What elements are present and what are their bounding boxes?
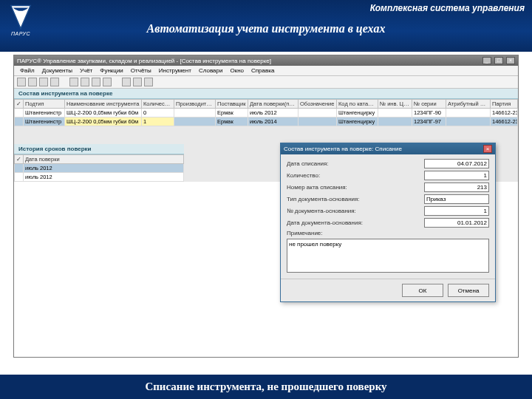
brand-logo: ПАРУС bbox=[4, 4, 37, 44]
brand-logo-text: ПАРУС bbox=[11, 31, 30, 36]
dialog-close-button[interactable]: × bbox=[483, 145, 492, 153]
grid-col[interactable]: Партия bbox=[491, 100, 518, 109]
menu-window[interactable]: Окно bbox=[227, 66, 247, 75]
field-label: Номер акта списания: bbox=[287, 184, 421, 191]
menu-help[interactable]: Справка bbox=[248, 66, 277, 75]
field-label: Тип документа-основания: bbox=[287, 196, 421, 202]
toolbar-icon[interactable] bbox=[28, 78, 37, 86]
menu-reports[interactable]: Отчёты bbox=[128, 66, 154, 75]
slide-footer: Списание инструмента, не прошедшего пове… bbox=[0, 375, 532, 399]
writeoff-dialog: Состав инструмента на поверке: Списание … bbox=[280, 143, 496, 302]
menu-file[interactable]: Файл bbox=[17, 66, 38, 75]
toolbar-icon[interactable] bbox=[50, 78, 59, 86]
writeoff-date-input[interactable]: 04.07.2012 bbox=[424, 159, 489, 168]
history-grid[interactable]: ✓ Дата поверки июль 2012 июль 2012 bbox=[14, 154, 184, 182]
history-block: История сроков поверки ✓ Дата поверки ию… bbox=[14, 144, 184, 182]
slide-title: Автоматизация учета инструмента в цехах bbox=[7, 22, 525, 35]
dialog-title: Состав инструмента на поверке: Списание bbox=[284, 146, 402, 152]
act-number-input[interactable]: 213 bbox=[424, 183, 489, 192]
grid-col[interactable]: Дата поверки bbox=[24, 155, 184, 164]
field-label: Дата документа-основания: bbox=[287, 219, 421, 226]
verification-grid[interactable]: ✓ Подтип Наименование инструмента Количе… bbox=[14, 99, 518, 126]
grid-col[interactable]: Поставщик bbox=[216, 100, 248, 109]
toolbar-icon[interactable] bbox=[81, 78, 89, 86]
grid-col[interactable]: Дата поверки(план) ▾ bbox=[248, 100, 299, 109]
toolbar-icon[interactable] bbox=[122, 78, 131, 86]
grid-col[interactable]: Обозначение bbox=[299, 100, 337, 109]
grid-col-check[interactable]: ✓ bbox=[15, 100, 24, 109]
table-row-selected[interactable]: июль 2012 bbox=[15, 164, 184, 173]
toolbar bbox=[14, 76, 518, 89]
table-row[interactable]: ШтангенинстрШЦ-2-200 0,05мм губки 60м0Ер… bbox=[15, 109, 518, 117]
toolbar-icon[interactable] bbox=[133, 78, 142, 86]
app-window: ПАРУС® Управление закупками, складом и р… bbox=[13, 55, 519, 358]
brand-tagline: Комплексная система управления bbox=[370, 3, 525, 13]
menu-accounting[interactable]: Учёт bbox=[77, 66, 95, 75]
field-label: Дата списания: bbox=[287, 160, 421, 167]
table-row-selected[interactable]: ШтангенинстрШЦ-2-200 0,05мм губки 60м1Ер… bbox=[15, 117, 518, 126]
field-label: Количество: bbox=[287, 172, 421, 179]
doc-type-input[interactable]: Приказ bbox=[424, 194, 489, 204]
minimize-button[interactable]: _ bbox=[482, 57, 491, 64]
app-titlebar: ПАРУС® Управление закупками, складом и р… bbox=[14, 55, 518, 66]
doc-date-input[interactable]: 01.01.2012 bbox=[424, 218, 489, 228]
toolbar-icon[interactable] bbox=[17, 78, 26, 86]
toolbar-icon[interactable] bbox=[39, 78, 48, 86]
close-button[interactable]: × bbox=[506, 57, 515, 64]
section-title-history: История сроков поверки bbox=[14, 144, 184, 154]
grid-col[interactable]: № инв. ЦИС bbox=[378, 100, 412, 109]
slide-header: ПАРУС Комплексная система управления Авт… bbox=[0, 0, 532, 52]
grid-col[interactable]: Производитель bbox=[174, 100, 216, 109]
grid-col[interactable]: Код по каталогу bbox=[337, 100, 378, 109]
grid-col-check[interactable]: ✓ bbox=[15, 155, 24, 164]
cancel-button[interactable]: Отмена bbox=[448, 284, 489, 297]
table-row[interactable]: июль 2012 bbox=[15, 173, 184, 182]
menubar: Файл Документы Учёт Функции Отчёты Инстр… bbox=[14, 66, 518, 76]
menu-tool[interactable]: Инструмент bbox=[156, 66, 194, 75]
menu-functions[interactable]: Функции bbox=[97, 66, 126, 75]
grid-col[interactable]: Наименование инструмента bbox=[65, 100, 142, 109]
grid-col[interactable]: Количество bbox=[142, 100, 174, 109]
menu-documents[interactable]: Документы bbox=[39, 66, 75, 75]
toolbar-icon[interactable] bbox=[92, 78, 100, 86]
app-title: ПАРУС® Управление закупками, складом и р… bbox=[17, 58, 271, 64]
ok-button[interactable]: ОК bbox=[402, 284, 443, 297]
dialog-titlebar[interactable]: Состав инструмента на поверке: Списание … bbox=[281, 143, 495, 154]
grid-col[interactable]: № серии bbox=[412, 100, 446, 109]
note-textarea[interactable] bbox=[287, 239, 489, 273]
toolbar-icon[interactable] bbox=[144, 78, 153, 86]
grid-header-row: ✓ Подтип Наименование инструмента Количе… bbox=[15, 100, 518, 109]
menu-dictionaries[interactable]: Словари bbox=[196, 66, 226, 75]
field-label: № документа-основания: bbox=[287, 208, 421, 214]
doc-number-input[interactable]: 1 bbox=[424, 206, 489, 216]
grid-col[interactable]: Атрибутный набор bbox=[446, 100, 491, 109]
quantity-input[interactable]: 1 bbox=[424, 171, 489, 180]
maximize-button[interactable]: □ bbox=[494, 57, 503, 64]
section-title-verification: Состав инструмента на поверке bbox=[14, 89, 518, 99]
grid-col[interactable]: Подтип bbox=[24, 100, 65, 109]
toolbar-icon[interactable] bbox=[103, 78, 112, 86]
field-label: Примечание: bbox=[287, 230, 489, 236]
toolbar-icon[interactable] bbox=[69, 78, 78, 86]
